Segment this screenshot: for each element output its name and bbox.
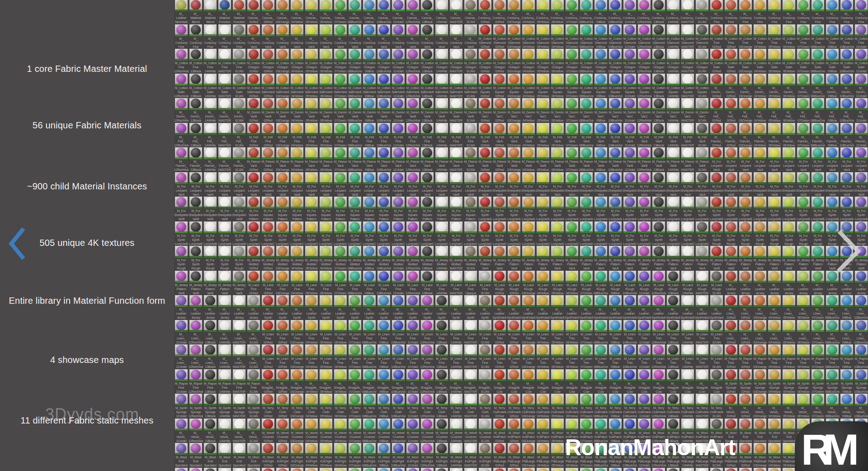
ground-strip [522,84,535,85]
material-thumbnail [175,123,188,135]
material-cell: M_Wool KnitTight 07Green [348,443,362,468]
ground-strip [754,34,766,36]
material-sphere [610,74,620,84]
material-label: M_Linen Thin 12RedViolet [651,357,666,369]
material-label: M_ Leather Jersey 02Red [738,283,753,296]
material-sphere [538,345,548,355]
material-thumbnail [754,197,766,208]
material-cell: M_Felt Fine 07Green [333,123,348,148]
material-sphere [596,25,606,35]
material-cell: M_ Velvet_ 03Orange [753,394,767,419]
ground-strip [233,9,245,11]
material-thumbnail [522,74,535,85]
ground-strip [305,157,318,159]
material-thumbnail [840,394,853,405]
material-cell: M_ Velvet_ 06Yellow [796,394,811,419]
material-cell: M_Fur Synth LongVarB 07Green [796,197,811,221]
material-label: M_ Shagpile Cow 06Yellow [565,382,579,394]
ground-strip [291,281,303,283]
material-label: M_Cotton Octagon MASTER [449,61,463,74]
material-thumbnail [262,320,274,332]
ground-strip [247,84,260,85]
ground-strip [464,59,477,61]
material-thumbnail [479,320,491,332]
material-label: M_Fur Synth LongVarB 14White [203,234,217,246]
ground-strip [406,108,419,110]
material-sphere [220,296,230,306]
material-cell: M_Fur Sheepskin VarB 05Yellow [767,172,782,197]
ground-strip [479,429,491,430]
material-sphere [408,296,418,306]
material-cell: M_Velvet Crushed 02Red [275,419,290,443]
ground-strip [175,59,188,61]
material-cell: M_ Leather Synth MASTER [463,295,478,320]
material-thumbnail [291,0,303,11]
material-sphere [668,197,678,207]
material-cell: M_Wool PlatSmall MASTER [232,468,246,471]
material-sphere [798,25,808,35]
material-cell: M_Fur Leopard VarA 14White [203,172,217,197]
material-thumbnail [189,123,202,135]
material-sphere [741,0,750,10]
material-sphere [350,99,360,108]
material-cell: M_Rayon Fine 04Yellow [767,344,782,369]
material-label: M_Fur Leopard VarA MASTER [217,184,232,197]
material-sphere [654,25,664,35]
ground-strip [522,182,535,184]
material-thumbnail [450,344,462,356]
material-sphere [263,370,273,380]
ground-strip [247,59,260,61]
material-sphere [263,49,273,59]
material-cell: M_ Denim_ 08BlueGreen [811,74,825,99]
material-label: M_Lace Rough 10BlueViolet [623,283,637,296]
ground-strip [204,281,217,283]
material-cell: M_ Leather SynthVarA 11Violet [637,295,651,320]
material-thumbnail [189,49,202,61]
ground-strip [681,182,694,184]
material-label: M_ Felt_ 07Green [796,110,811,123]
material-cell: M_Fur Synth LongVarC MASTER [449,221,463,246]
material-label: M_ Corduroy_ 11Violet [623,12,637,24]
material-cell: M_Fur Synth LongVarB MASTER [217,221,232,246]
material-thumbnail [508,468,520,471]
material-cell: M_Rayon Fine 05Yellow [782,344,796,369]
material-thumbnail [175,295,188,307]
material-thumbnail [811,24,824,36]
material-thumbnail [696,419,708,430]
ground-strip [768,59,781,61]
material-thumbnail [623,0,636,11]
ground-strip [768,453,781,455]
material-label: M_Cotton Fine 02Red [724,37,738,49]
ground-strip [754,354,766,356]
material-cell: M_Wool Rough 10BlueViolet [391,468,406,471]
material-cell: M_ Leather SynthVarA 02Red [507,295,521,320]
material-thumbnail [811,49,824,61]
material-label: M_Lace Fine 10BlueViolet [377,283,391,296]
material-label: M_Fur Sheepskin VarA 04Yellow [521,184,536,197]
ground-strip [768,207,781,208]
material-thumbnail [855,271,868,283]
material-label: M_ Corduroy VarA 11Violet [391,37,406,49]
ground-strip [739,330,752,332]
material-label: M_ Material Blend [189,12,203,24]
material-sphere [639,173,649,183]
material-thumbnail [349,271,361,283]
material-sphere [292,49,302,59]
material-cell: M_Linen Thin 06Yellow [565,344,579,369]
material-sphere [278,49,288,59]
ground-strip [768,9,781,11]
ground-strip [175,379,188,381]
material-label: M_Cotton Square 01Red [478,86,492,99]
material-sphere [466,394,476,404]
material-cell: M_Fleece VarB 03Orange [507,147,521,172]
material-label: M_Lace Rough 03Orange [521,283,536,296]
material-sphere [697,0,707,10]
material-label: M_Lace Fine 14White [434,283,449,296]
material-sphere [625,25,635,35]
material-label: M_Cotton SatinVarA 05Yellow [304,86,319,99]
rm-logo: RM [795,421,868,471]
ground-strip [609,157,622,159]
material-thumbnail [247,394,260,405]
ground-strip [681,34,694,36]
material-sphere [856,123,866,133]
